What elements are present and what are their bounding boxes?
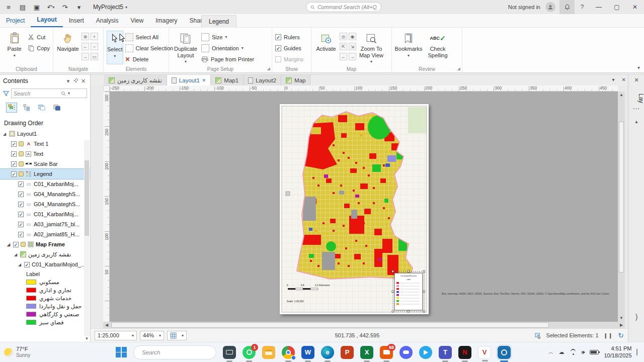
undo-icon[interactable]: ↶▾	[46, 3, 55, 12]
tab-view[interactable]: View	[124, 15, 149, 27]
minimize-button[interactable]: —	[590, 0, 608, 14]
app-files[interactable]	[262, 346, 275, 359]
show-desktop-edge[interactable]: ▏	[637, 349, 641, 355]
view-tab-map1[interactable]: Map1	[211, 75, 244, 85]
next-extent-icon[interactable]: →	[82, 53, 89, 60]
contents-scroll-down-icon[interactable]: ▼	[84, 336, 90, 341]
visibility-checkbox[interactable]	[18, 212, 24, 217]
collapse-icon[interactable]: ◢	[17, 262, 22, 267]
legend-class-row[interactable]: فضاي سبز	[0, 318, 90, 326]
wifi-icon[interactable]	[570, 350, 577, 355]
fixed-zoom-out-map-icon[interactable]: ⇲	[349, 43, 356, 50]
rail-close-icon[interactable]: ✕	[628, 77, 644, 83]
rail-more-icon[interactable]: ...	[628, 103, 644, 111]
legend-class-row[interactable]: مسكوني	[0, 278, 90, 286]
rulers-checkbox[interactable]: Rulers	[275, 33, 303, 41]
app-edge[interactable]: e	[321, 346, 334, 359]
layout-canvas[interactable]: 0 0.6 1.2 Kilometers Scale: 1:25,000 Chr…	[110, 92, 618, 322]
visibility-checkbox[interactable]	[11, 171, 17, 177]
lock-icon[interactable]	[19, 151, 24, 156]
project-title[interactable]: MyProject5 ▾	[93, 4, 127, 11]
app-whatsapp[interactable]: 1	[243, 346, 256, 359]
tray-expand-icon[interactable]: ︿	[548, 348, 554, 356]
visibility-checkbox[interactable]	[18, 192, 24, 197]
tab-analysis[interactable]: Analysis	[90, 15, 125, 27]
tree-item-layer[interactable]: ▭ G04_ManateghS...	[0, 189, 90, 199]
legend-class-row[interactable]: حمل و نقل وانباردا	[0, 302, 90, 310]
scale-text-element[interactable]: Scale: 1:25,000	[287, 300, 304, 303]
contents-search[interactable]: ▾	[11, 88, 87, 98]
collapse-icon[interactable]: ◢	[13, 252, 18, 257]
selected-elements-text[interactable]: Selected Elements: 1	[546, 332, 599, 338]
check-spelling-button[interactable]: ABC ✓ Check Spelling	[424, 31, 451, 64]
visibility-checkbox[interactable]	[13, 242, 19, 247]
tree-item-layer[interactable]: ▭ A03_jamiat75_bl...	[0, 219, 90, 229]
close-tab-icon[interactable]: ✕	[202, 78, 206, 83]
maximize-button[interactable]: ▢	[608, 0, 626, 14]
horizontal-scroll-thumb[interactable]	[111, 322, 549, 328]
zoom-combo[interactable]: 44%▾	[140, 331, 164, 340]
zoom-selection-icon[interactable]: ▭	[91, 53, 98, 60]
contents-menu-icon[interactable]: ▾	[64, 78, 72, 84]
page-setup-dialog-launcher-icon[interactable]: ◢	[267, 66, 270, 71]
scroll-down-icon[interactable]: ▼	[618, 315, 625, 322]
tree-item-layer[interactable]: ▭ C01_KarbariMoj...	[0, 179, 90, 189]
tree-item-label-field[interactable]: Label	[0, 269, 90, 278]
volume-icon[interactable]: 🕪	[582, 349, 585, 355]
zoom-to-map-view-button[interactable]: Zoom To Map View ▾	[358, 31, 384, 64]
view-tab-layout1[interactable]: Layout1 ✕	[167, 75, 211, 85]
visibility-checkbox[interactable]	[24, 262, 30, 267]
copy-button[interactable]: Copy	[28, 44, 50, 52]
scroll-left-icon[interactable]: ◀	[103, 322, 110, 328]
activate-button[interactable]: Activate	[314, 31, 338, 64]
size-button[interactable]: Size ▾	[201, 33, 254, 41]
visibility-checkbox[interactable]	[18, 232, 24, 237]
tab-project[interactable]: Project	[0, 15, 31, 27]
frame-handle[interactable]	[286, 192, 290, 196]
pin-icon[interactable]	[72, 78, 79, 84]
cut-button[interactable]: Cut	[28, 33, 50, 41]
app-mail[interactable]: 68	[380, 346, 393, 359]
visibility-checkbox[interactable]	[11, 141, 17, 147]
view-tab-layout2[interactable]: Layout2	[244, 75, 281, 85]
collapse-icon[interactable]: ◢	[2, 132, 7, 136]
full-extent-icon[interactable]: ⊕	[82, 33, 89, 40]
tab-insert[interactable]: Insert	[63, 15, 90, 27]
redo-icon[interactable]: ↷	[60, 3, 69, 12]
app-chrome[interactable]	[282, 346, 295, 359]
view-tab-map[interactable]: Map	[281, 75, 310, 85]
battery-icon[interactable]	[590, 350, 599, 354]
map-prev-extent-icon[interactable]: ←	[340, 53, 347, 60]
tree-item-map-frame[interactable]: ◢ Map Frame	[0, 239, 90, 249]
contents-scrollbar[interactable]	[84, 140, 90, 336]
navigate-button[interactable]: Navigate	[56, 31, 79, 64]
ribbon-collapse-icon[interactable]: ▾	[637, 65, 640, 70]
paste-button[interactable]: Paste ▾	[3, 31, 26, 64]
review-dialog-launcher-icon[interactable]: ◢	[457, 66, 460, 71]
tree-item-text[interactable]: A Text	[0, 149, 90, 159]
fixed-zoom-in-icon[interactable]: +	[91, 33, 98, 40]
lock-icon[interactable]	[19, 171, 24, 176]
app-vlc[interactable]: V	[478, 346, 491, 359]
legend-class-row[interactable]: تجاري و اداري	[0, 286, 90, 294]
map-zoom-full-icon[interactable]: ◎	[340, 33, 347, 40]
tree-item-legend[interactable]: Legend	[0, 169, 90, 179]
tab-imagery[interactable]: Imagery	[149, 15, 183, 27]
project-icon[interactable]: ▤	[18, 3, 27, 12]
select-all-button[interactable]: Select All	[125, 33, 174, 41]
app-arcgis-pro[interactable]	[498, 346, 511, 359]
clear-selection-button[interactable]: Clear Selection	[125, 44, 174, 52]
app-system[interactable]	[223, 346, 236, 359]
weather-widget[interactable]: 77°F Sunny	[0, 346, 86, 358]
notifications-button[interactable]	[559, 0, 575, 14]
legend-class-row[interactable]: خدمات شهري	[0, 294, 90, 302]
snapping-button[interactable]: ▾	[167, 331, 187, 340]
tab-legend-contextual[interactable]: Legend	[201, 15, 236, 28]
list-by-drawing-order-button[interactable]	[6, 103, 17, 113]
tab-layout[interactable]: Layout	[31, 14, 62, 27]
tree-item-layout1[interactable]: ◢ Layout1	[0, 129, 90, 139]
app-excel[interactable]: X	[360, 346, 373, 359]
orientation-button[interactable]: Orientation ▾	[201, 44, 254, 52]
delete-button[interactable]: ✕ Delete	[125, 55, 174, 63]
rail-scroll-up-icon[interactable]: ▲	[628, 119, 644, 124]
